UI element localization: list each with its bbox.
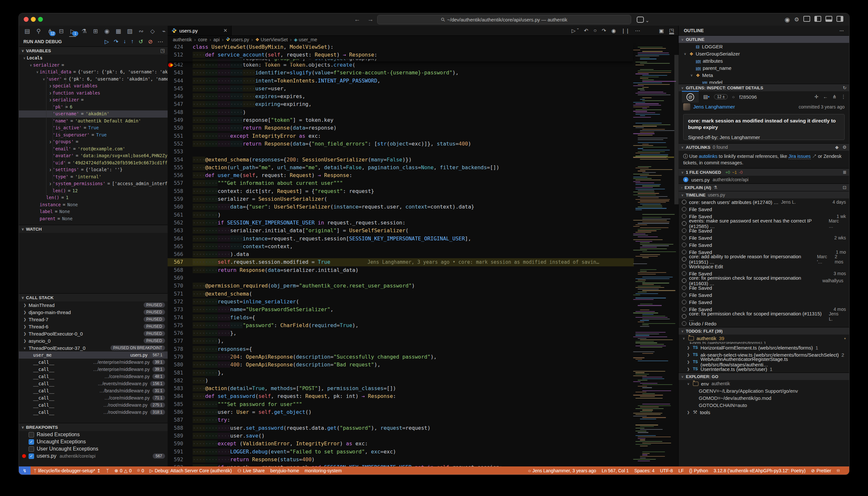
breakpoint-row[interactable]: ✓Uncaught Exceptions [19, 438, 168, 445]
code-line[interactable]: 573············name="UserPasswordSetSeri… [168, 306, 679, 313]
code-line[interactable]: 593········if user.pk == request.user.pk… [168, 464, 679, 466]
code-line[interactable]: 581········}, [168, 369, 679, 377]
stack-frame-row[interactable]: __call__…/core/middleware.py71:1 [19, 394, 168, 402]
code-line[interactable]: 544····················intent=TokenInten… [168, 77, 679, 85]
explain-ai-header[interactable]: ›EXPLAIN (AI) ⚗ ⊡ [679, 184, 849, 191]
step-out-icon[interactable]: ↑ [131, 38, 134, 45]
watch-header[interactable]: ∨WATCH [19, 225, 168, 233]
code-line[interactable]: 582····) [168, 377, 679, 385]
step-forward-icon[interactable]: ↷ [602, 28, 606, 34]
code-line[interactable]: ················response["group_pk"] = s… [168, 59, 633, 61]
minimize-button[interactable] [31, 17, 36, 22]
code-line[interactable]: 543····················identifier=slugif… [168, 69, 679, 77]
code-line[interactable]: 512····def service_account(self, request… [168, 51, 633, 59]
variable-row[interactable]: 'email'='root@example.com' [19, 145, 168, 153]
variable-row[interactable]: instance=None [19, 201, 168, 208]
disconnect-icon[interactable]: ⊘ [148, 38, 153, 45]
cursor-position[interactable]: Ln 567, Col 1 [602, 468, 629, 473]
command-center-search[interactable]: ⚲ ~/dev/authentik/authentik/core/api/use… [377, 15, 631, 25]
remote-explorer-icon[interactable]: ⊟ [58, 28, 65, 35]
code-line[interactable]: 563············serializer.initial_data["… [168, 227, 679, 234]
prettier[interactable]: ⊘Prettier [811, 468, 831, 473]
git-blame[interactable]: ○Jens Langhammer, 3 years ago [528, 468, 596, 473]
timeline-item[interactable]: core: fix permission check for scoped im… [679, 277, 849, 284]
outline-item[interactable]: [@]parent_name [679, 64, 849, 72]
variable-row[interactable]: ❯'system_permissions'=['access_admin_int… [19, 180, 168, 187]
task-home[interactable]: beryjuio-home [270, 468, 299, 473]
outline-item[interactable]: ⊟LOGGER [679, 43, 849, 50]
language-mode[interactable]: {}Python [689, 468, 708, 473]
thread-row[interactable]: ❯Thread-7PAUSED [19, 316, 168, 323]
remote-indicator[interactable]: ↯ [19, 466, 31, 475]
variable-row[interactable]: ❯special variables [19, 82, 168, 90]
outline-item[interactable]: ∨❖UserGroupSerializer [679, 50, 849, 57]
split-editor-icon[interactable]: ❘❘ [621, 28, 630, 34]
more-icon[interactable]: ⋯ [157, 38, 163, 45]
eol[interactable]: LF [678, 468, 683, 473]
timeline-header[interactable]: ∨TIMELINE users.py [679, 191, 849, 199]
debug-session[interactable]: ▷Debug: Attach Server Core (authentik) [150, 468, 232, 473]
timeline-item[interactable]: File Saved [679, 291, 849, 298]
layout-icon[interactable] [803, 16, 810, 24]
code-line[interactable]: 592············return Response(status=40… [168, 456, 679, 464]
breakpoint-row[interactable]: ✓users.pyauthentik/core/api567 [19, 452, 168, 460]
variable-row[interactable]: 'uid'='49d24724dfa590a20fb5961e9c6673cd1… [19, 159, 168, 167]
code-line[interactable]: 545····················user=user, [168, 85, 679, 93]
code-area[interactable]: 542················token: Token = Token.… [168, 43, 679, 466]
go-env-var[interactable]: GOENV=~/Library/Application Support/go/e… [679, 387, 849, 394]
variable-row[interactable]: ∨serializer= [19, 62, 168, 69]
breadcrumb-item[interactable]: ◈ user_me [294, 37, 317, 42]
code-line[interactable]: 560············data={"user": UserSelfSer… [168, 203, 679, 211]
code-line[interactable]: 570····@permission_required(obj_perm="au… [168, 282, 679, 290]
thread-row[interactable]: ❯django-main-threadPAUSED [19, 309, 168, 316]
code-line[interactable]: 577········), [168, 337, 679, 345]
files-changed-header[interactable]: ∨1 FILE CHANGED +0~1-0 ≣ [679, 168, 849, 176]
encoding[interactable]: UTF-8 [660, 468, 673, 473]
variable-row[interactable]: 'is_active'=True [19, 124, 168, 131]
code-line[interactable]: 558········context: dict[str, Request] =… [168, 187, 679, 195]
breakpoint-row[interactable]: User Uncaught Exceptions [19, 445, 168, 452]
gitlens-tab-commit[interactable]: @ [682, 91, 699, 103]
autolinks-link[interactable]: autolinks [699, 154, 717, 159]
author-link[interactable]: Jens Langhammer [693, 104, 735, 110]
jira-link[interactable]: Jira issues [788, 154, 811, 159]
account-icon[interactable]: ◉ [785, 16, 790, 24]
code-line[interactable]: 542················token: Token = Token.… [168, 61, 679, 69]
outline-view-icon[interactable]: ◳ [669, 27, 674, 34]
env-row[interactable]: ∨envauthentik [679, 380, 849, 387]
code-line[interactable]: 564················instance=request._req… [168, 235, 679, 243]
breakpoints-header[interactable]: ∨BREAKPOINTS [19, 423, 168, 431]
testing-icon[interactable]: ⚗ [80, 28, 88, 35]
panel-icon[interactable]: ◳ [160, 48, 165, 53]
close-button[interactable] [24, 17, 29, 22]
breadcrumb-item[interactable]: authentik [173, 37, 192, 42]
thread-row[interactable]: ❯MainThreadPAUSED [19, 301, 168, 309]
code-line[interactable]: 591············LOGGER.debug(event="Faile… [168, 448, 679, 456]
stack-frame-row[interactable]: __call__…/brands/middleware.py31:1 [19, 387, 168, 394]
stack-frame-row[interactable]: user_meusers.py567:1 [19, 352, 168, 359]
code-line[interactable]: 561········) [168, 211, 679, 219]
variable-row[interactable]: ❯'settings'={'locale': ''} [19, 166, 168, 173]
todos-item-clipped[interactable]: Form.ts (web/src/elements/forms) 1 [679, 342, 849, 344]
code-line[interactable]: 579············204: OpenApiResponse(desc… [168, 353, 679, 361]
code-line[interactable]: 547····················expiring=expiring… [168, 100, 679, 108]
variable-row[interactable]: ∨'user'={'pk': 6, 'username': 'akadmin',… [19, 76, 168, 83]
branch[interactable]: ᛘlifecycle/fix-debugger-setup*↥ [34, 468, 101, 473]
code-line[interactable]: 589············user.save() [168, 432, 679, 440]
variable-row[interactable]: ❯function variables [19, 90, 168, 97]
minimap[interactable] [633, 43, 674, 466]
timeline-item[interactable]: File Saved [679, 241, 849, 248]
play-circle-icon[interactable]: ◇ [149, 28, 156, 35]
outline-item[interactable]: [@]model [679, 79, 849, 84]
outline-item[interactable]: [@]attributes [679, 57, 849, 64]
variable-row[interactable]: ❯serializer= [19, 96, 168, 104]
scrollbar[interactable] [675, 55, 679, 204]
live-share[interactable]: ⚇Live Share [237, 468, 265, 473]
gitlens-compare[interactable]: ᛉ [106, 468, 109, 473]
kebab-icon[interactable]: ⋮ [841, 94, 846, 100]
checkbox[interactable] [29, 432, 34, 437]
more-actions-icon[interactable]: ⋯ [839, 28, 844, 33]
liveshare-icon[interactable]: ∾ [137, 28, 145, 35]
variables-header[interactable]: ∨VARIABLES ◳ [19, 46, 168, 55]
variable-row[interactable]: len()=1 [19, 194, 168, 201]
